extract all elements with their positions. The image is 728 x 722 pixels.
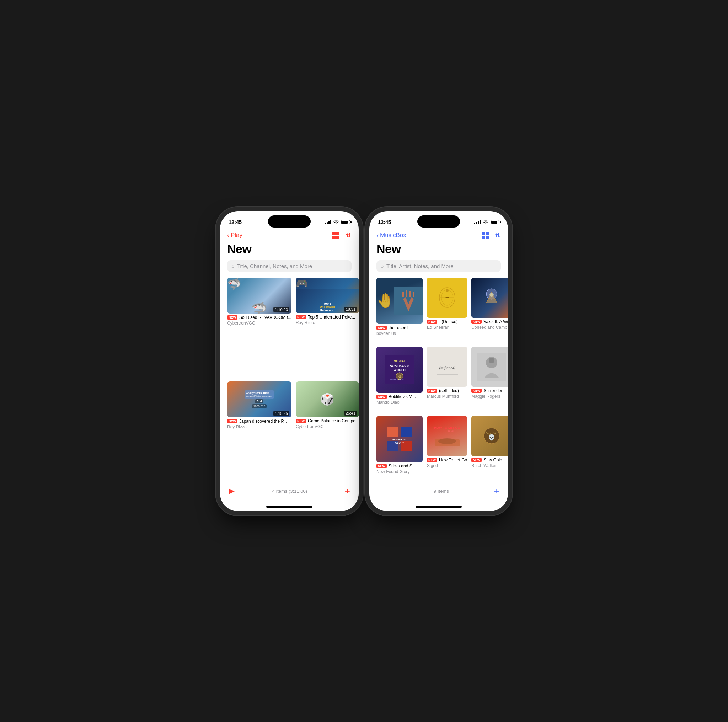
svg-rect-29 — [401, 427, 412, 437]
album-artist-9: Butch Walker — [471, 463, 508, 468]
grid-view-button-right[interactable] — [482, 232, 489, 239]
album-cover-6 — [471, 347, 508, 387]
new-badge-a5: NEW — [427, 389, 437, 393]
search-bar-right[interactable]: ⌕ Title, Artist, Notes, and More — [376, 260, 501, 272]
video-title-4: Game Balance in Compe... — [308, 418, 359, 424]
album-item-7[interactable]: NEW FOUND GLORY NEW Sticks and S... New … — [376, 416, 423, 481]
signal-icon-right — [474, 220, 480, 224]
add-button-left[interactable]: + — [345, 486, 350, 497]
album-artist-4: Mando Diao — [376, 400, 423, 405]
album-item-1[interactable]: NEW the record boygenius — [376, 278, 423, 343]
search-bar-left[interactable]: ⌕ Title, Channel, Notes, and More — [227, 260, 352, 272]
album-item-4[interactable]: MAGICAL BOBLIKOV'S WORLD ⚙ MANDO DIAO NE… — [376, 347, 423, 411]
video-item-2[interactable]: Top 5 Underrated Pokémon 18:31 NEW Top 5… — [296, 278, 359, 377]
album-item-9[interactable]: Stay Gold 💀 NEW Stay Gold Butch Walker — [471, 416, 508, 481]
album-title-7: Sticks and S... — [388, 463, 416, 468]
album-title-1: the record — [388, 325, 408, 330]
new-badge-a2: NEW — [427, 320, 437, 324]
video-thumb-3: Ability: Storm Drain draws all Water-typ… — [227, 381, 292, 418]
new-badge-a6: NEW — [471, 389, 482, 393]
items-count-left: 4 Items (3:11:00) — [272, 488, 307, 494]
album-item-8[interactable]: HOW TO LET GO Sigrid NEW How To Let Go S… — [427, 416, 467, 481]
album-cover-9: Stay Gold 💀 — [471, 416, 508, 456]
video-title-2: Top 5 Underrated Poke... — [308, 315, 355, 320]
grid-icon-left — [332, 232, 340, 239]
page-content-right: New ⌕ Title, Artist, Notes, and More — [369, 242, 508, 481]
sort-button-left[interactable] — [345, 232, 352, 239]
svg-text:GLORY: GLORY — [395, 442, 404, 444]
play-button-left[interactable]: ▶ — [229, 486, 235, 496]
album-artist-6: Maggie Rogers — [471, 394, 508, 399]
album-art-7: NEW FOUND GLORY — [385, 425, 414, 453]
album-item-3[interactable]: NEW Vaxis II: A Wi... Coheed and Camb... — [471, 278, 508, 343]
page-content-left: New ⌕ Title, Channel, Notes, and More 🦈 … — [220, 242, 359, 481]
page-title-right: New — [376, 242, 501, 256]
video-item-1[interactable]: 🦈 1:10:23 NEW So I used REVAVROOM f... C… — [227, 278, 292, 377]
album-title-3: Vaxis II: A Wi... — [483, 319, 508, 324]
signal-icon-left — [325, 220, 331, 224]
dynamic-island-right — [418, 216, 460, 228]
new-badge-a8: NEW — [427, 458, 437, 462]
video-item-4[interactable]: 🎲 26:41 NEW Game Balance in Compe... Cyb… — [296, 381, 359, 481]
sort-icon-left — [345, 232, 352, 239]
new-badge-a7: NEW — [376, 464, 387, 468]
add-button-right[interactable]: + — [494, 486, 499, 497]
album-artist-2: Ed Sheeran — [427, 325, 467, 330]
nav-actions-left — [332, 232, 352, 239]
video-title-3: Japan discovered the P... — [239, 419, 287, 424]
battery-icon-left — [341, 220, 350, 224]
back-button-left[interactable]: ‹ Play — [227, 232, 242, 239]
album-cover-7: NEW FOUND GLORY — [376, 416, 423, 462]
back-label-left: Play — [231, 232, 242, 239]
bottom-bar-right: 9 Items + — [369, 481, 508, 504]
svg-text:MANDO DIAO: MANDO DIAO — [390, 378, 407, 381]
album-title-8: How To Let Go — [439, 457, 467, 462]
nav-bar-left: ‹ Play — [220, 230, 359, 242]
album-cover-5: (self-titled) — [427, 347, 467, 387]
nav-bar-right: ‹ MusicBox — [369, 230, 508, 242]
bottom-bar-left: ▶ 4 Items (3:11:00) + — [220, 481, 359, 504]
back-label-right: MusicBox — [380, 232, 406, 239]
album-item-5[interactable]: (self-titled) NEW (self-titled) Marcus M… — [427, 347, 467, 411]
album-cover-1 — [376, 278, 423, 324]
video-channel-3: Ray Rizzo — [227, 424, 292, 430]
back-chevron-left: ‹ — [227, 232, 229, 239]
album-cover-4: MAGICAL BOBLIKOV'S WORLD ⚙ MANDO DIAO — [376, 347, 423, 393]
home-indicator-left — [266, 506, 312, 508]
search-icon-left: ⌕ — [231, 263, 234, 269]
sort-button-right[interactable] — [494, 232, 501, 239]
svg-text:MAGICAL: MAGICAL — [394, 360, 405, 362]
grid-view-button-left[interactable] — [332, 232, 340, 239]
svg-text:(self-titled): (self-titled) — [439, 366, 455, 370]
album-title-6: Surrender — [483, 388, 502, 393]
new-badge-v3: NEW — [227, 419, 237, 424]
album-art-5: (self-titled) — [433, 353, 461, 381]
album-art-9: Stay Gold 💀 — [477, 422, 506, 450]
svg-rect-28 — [387, 427, 398, 437]
album-art-2: – — [433, 283, 461, 312]
right-phone: 12:45 ‹ MusicBox — [369, 211, 508, 511]
video-grid: 🦈 1:10:23 NEW So I used REVAVROOM f... C… — [227, 278, 352, 481]
album-artist-7: New Found Glory — [376, 469, 423, 474]
album-art-6 — [477, 353, 506, 381]
album-artist-1: boygenius — [376, 331, 423, 336]
status-icons-left — [325, 220, 350, 224]
status-time-left: 12:45 — [229, 219, 242, 225]
video-thumb-1: 🦈 1:10:23 — [227, 278, 292, 314]
video-item-3[interactable]: Ability: Storm Drain draws all Water-typ… — [227, 381, 292, 481]
svg-point-26 — [489, 358, 494, 363]
album-title-5: (self-titled) — [439, 388, 459, 393]
svg-text:Sigrid: Sigrid — [448, 430, 454, 433]
album-item-6[interactable]: NEW Surrender Maggie Rogers — [471, 347, 508, 411]
battery-icon-right — [491, 220, 499, 224]
new-badge-v1: NEW — [227, 315, 237, 320]
nav-actions-right — [482, 232, 501, 239]
back-button-right[interactable]: ‹ MusicBox — [376, 232, 406, 239]
album-title-4: Boblikov's M... — [388, 394, 416, 399]
sort-icon-right — [494, 232, 501, 239]
album-item-2[interactable]: – NEW - (Deluxe) Ed Sheeran — [427, 278, 467, 343]
new-badge-a4: NEW — [376, 395, 387, 399]
svg-point-38 — [438, 438, 456, 444]
new-badge-a9: NEW — [471, 458, 482, 462]
album-artist-5: Marcus Mumford — [427, 394, 467, 399]
